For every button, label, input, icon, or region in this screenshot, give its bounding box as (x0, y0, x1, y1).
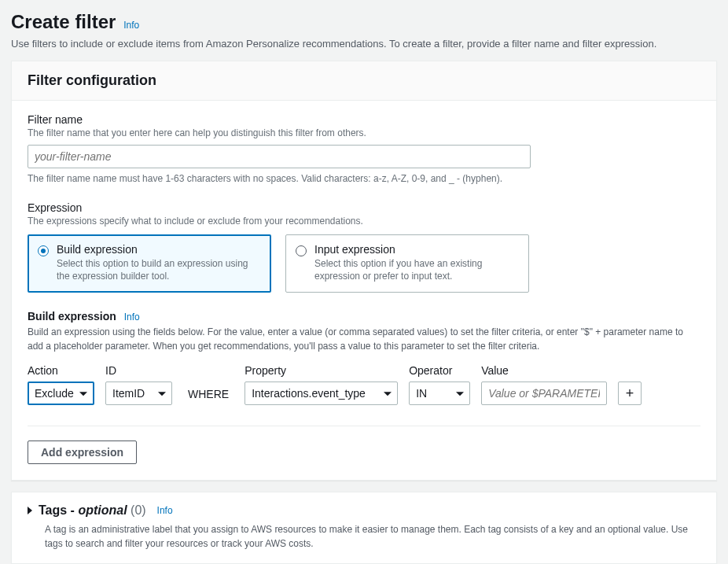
tags-optional: optional (78, 503, 127, 517)
property-value: Interactions.event_type (252, 387, 366, 400)
radio-input-expression[interactable] (296, 245, 307, 256)
tile-build-expression[interactable]: Build expression Select this option to b… (28, 234, 271, 293)
action-label: Action (28, 364, 94, 377)
id-label: ID (105, 364, 172, 377)
filter-name-desc: The filter name that you enter here can … (28, 127, 700, 138)
tile-input-expression[interactable]: Input expression Select this option if y… (285, 234, 529, 293)
where-keyword: WHERE (183, 388, 233, 405)
id-value: ItemID (112, 387, 145, 400)
page-title-info-link[interactable]: Info (123, 20, 139, 31)
tags-count: (0) (131, 503, 146, 517)
tags-desc: A tag is an administrative label that yo… (12, 522, 716, 563)
action-value: Exclude (35, 387, 74, 400)
property-select[interactable]: Interactions.event_type (245, 382, 398, 405)
page-subtitle: Use filters to include or exclude items … (11, 38, 717, 50)
expression-desc: The expressions specify what to include … (28, 216, 700, 227)
tags-panel: Tags - optional (0) Info A tag is an adm… (11, 492, 717, 564)
operator-value: IN (416, 387, 427, 400)
tile-input-desc: Select this option if you have an existi… (314, 257, 519, 282)
build-expression-desc: Build an expression using the fields bel… (28, 326, 700, 353)
value-input[interactable] (481, 382, 607, 405)
operator-select[interactable]: IN (409, 382, 470, 405)
build-expression-info-link[interactable]: Info (124, 311, 140, 323)
expression-label: Expression (28, 201, 700, 214)
tags-title-prefix: Tags - (39, 503, 78, 517)
tags-info-link[interactable]: Info (157, 505, 173, 516)
chevron-down-icon (158, 392, 166, 396)
add-expression-button[interactable]: Add expression (28, 441, 137, 464)
add-condition-button[interactable]: + (618, 382, 642, 405)
chevron-down-icon (384, 392, 392, 396)
filter-name-hint: The filter name name must have 1-63 char… (28, 173, 700, 184)
operator-label: Operator (409, 364, 470, 377)
filter-name-input[interactable] (28, 145, 531, 168)
expression-section: Expression The expressions specify what … (28, 201, 700, 293)
value-label: Value (481, 364, 607, 377)
build-expression-title: Build expression (28, 310, 116, 323)
build-expression-section: Build expression Info Build an expressio… (28, 310, 700, 464)
tile-build-title: Build expression (57, 243, 261, 256)
id-select[interactable]: ItemID (105, 382, 172, 405)
filter-config-header: Filter configuration (12, 61, 716, 101)
expand-tags-icon[interactable] (28, 507, 32, 514)
filter-name-field: Filter name The filter name that you ent… (28, 113, 700, 184)
page-header: Create filter Info Use filters to includ… (11, 11, 717, 50)
radio-build-expression[interactable] (38, 245, 49, 256)
action-select[interactable]: Exclude (28, 382, 94, 405)
chevron-down-icon (79, 392, 87, 396)
page-title: Create filter (11, 11, 116, 33)
chevron-down-icon (456, 392, 464, 396)
property-label: Property (245, 364, 398, 377)
tile-input-title: Input expression (314, 243, 519, 256)
tile-build-desc: Select this option to build an expressio… (57, 257, 261, 282)
plus-icon: + (626, 385, 634, 402)
filter-config-panel: Filter configuration Filter name The fil… (11, 61, 717, 481)
divider (28, 426, 700, 426)
filter-name-label: Filter name (28, 113, 700, 126)
